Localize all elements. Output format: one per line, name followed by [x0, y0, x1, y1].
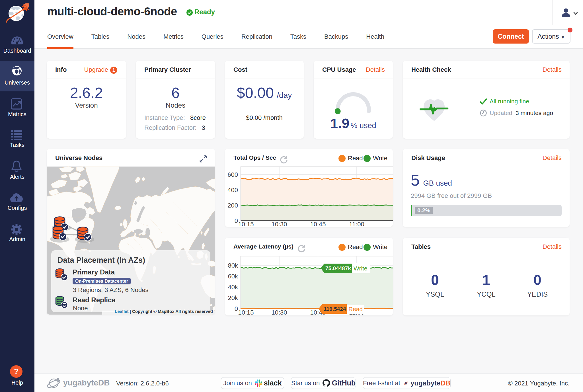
svg-text:75.04487k: 75.04487k: [325, 265, 351, 271]
svg-text:200: 200: [227, 202, 238, 209]
svg-text:Write: Write: [354, 265, 368, 272]
svg-text:20k: 20k: [228, 294, 238, 301]
svg-text:119.5424: 119.5424: [324, 306, 346, 312]
svg-text:10:15: 10:15: [238, 221, 254, 227]
svg-text:80k: 80k: [228, 262, 238, 269]
svg-text:0: 0: [235, 305, 238, 312]
svg-text:10:15: 10:15: [238, 309, 254, 315]
svg-text:10:45: 10:45: [310, 221, 326, 227]
svg-text:11:00: 11:00: [349, 221, 364, 227]
svg-text:60k: 60k: [228, 273, 238, 280]
svg-text:Read: Read: [348, 306, 363, 312]
svg-text:400: 400: [227, 186, 238, 194]
svg-text:600: 600: [227, 171, 238, 178]
svg-text:40k: 40k: [228, 284, 238, 291]
svg-text:0: 0: [235, 217, 238, 224]
svg-text:10:30: 10:30: [271, 221, 287, 227]
svg-text:10:30: 10:30: [271, 309, 287, 315]
